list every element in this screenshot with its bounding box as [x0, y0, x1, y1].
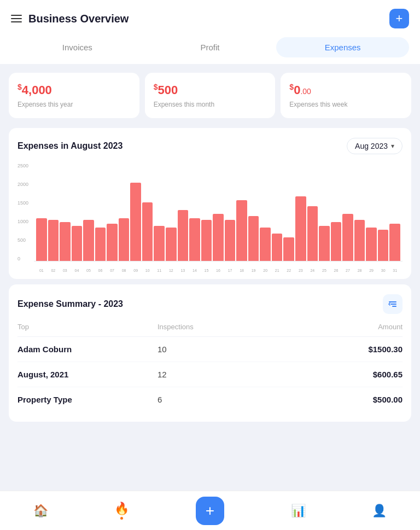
x-label: 18	[236, 269, 247, 272]
fire-dot	[120, 517, 123, 520]
bar	[272, 234, 283, 261]
bar	[307, 206, 318, 261]
page-title: Business Overview	[28, 13, 129, 25]
chart-title: Expenses in August 2023	[18, 141, 122, 151]
x-label: 04	[72, 269, 83, 272]
bar-wrap	[260, 163, 271, 261]
bar	[178, 210, 189, 261]
row-inspections-0: 10	[158, 345, 262, 354]
nav-item-fire[interactable]: 🔥	[106, 497, 138, 524]
y-axis-labels: 05001000150020002500	[18, 163, 28, 261]
row-name-1: August, 2021	[18, 370, 158, 379]
x-label: 29	[366, 269, 377, 272]
tabs-bar: Invoices Profit Expenses	[0, 37, 420, 64]
x-label: 05	[83, 269, 94, 272]
bar-wrap	[166, 163, 177, 261]
nav-item-chart[interactable]: 📊	[282, 499, 314, 522]
bar-wrap	[225, 163, 236, 261]
table-header: Top Inspections Amount	[18, 323, 402, 337]
x-label: 26	[331, 269, 342, 272]
table-row: Property Type 6 $500.00	[18, 387, 402, 412]
x-label: 21	[272, 269, 283, 272]
x-label: 24	[307, 269, 318, 272]
bar	[295, 196, 306, 261]
currency-symbol-week: $	[289, 83, 294, 91]
bar	[48, 220, 59, 261]
bar-wrap	[60, 163, 71, 261]
tab-invoices[interactable]: Invoices	[11, 37, 144, 57]
x-label: 08	[119, 269, 130, 272]
summary-header: Expense Summary - 2023	[18, 294, 402, 314]
y-label: 2500	[18, 163, 28, 168]
y-label: 500	[18, 237, 28, 243]
bar	[366, 228, 377, 261]
x-label: 23	[295, 269, 306, 272]
bar-wrap	[154, 163, 165, 261]
bar	[225, 220, 236, 261]
bar-wrap	[378, 163, 389, 261]
chart-container: 05001000150020002500 0102030405060708091…	[18, 163, 402, 272]
x-label: 25	[319, 269, 330, 272]
add-button[interactable]: +	[196, 497, 224, 525]
bar-wrap	[83, 163, 94, 261]
x-label: 17	[225, 269, 236, 272]
row-inspections-1: 12	[158, 370, 262, 379]
x-label: 01	[36, 269, 47, 272]
tab-profit[interactable]: Profit	[144, 37, 277, 57]
bar	[72, 226, 83, 261]
stats-row: $4,000 Expenses this year $500 Expenses …	[0, 64, 420, 123]
nav-item-add[interactable]: +	[187, 492, 233, 529]
bar	[201, 220, 212, 261]
bar-wrap	[319, 163, 330, 261]
y-label: 0	[18, 256, 28, 261]
header-add-button[interactable]: +	[389, 9, 409, 28]
bar-wrap	[295, 163, 306, 261]
x-label: 07	[107, 269, 118, 272]
row-amount-0: $1500.30	[262, 345, 402, 354]
x-label: 22	[283, 269, 294, 272]
bar	[236, 200, 247, 261]
bars-area	[34, 163, 402, 261]
stat-amount-year: $4,000	[18, 83, 131, 97]
x-label: 06	[95, 269, 106, 272]
sort-icon[interactable]	[383, 294, 402, 314]
y-label: 1500	[18, 200, 28, 206]
nav-item-home[interactable]: 🏠	[25, 499, 57, 522]
home-icon: 🏠	[33, 504, 48, 518]
bar-wrap	[36, 163, 47, 261]
x-axis-labels: 0102030405060708091011121314151617181920…	[34, 269, 402, 272]
x-label: 12	[166, 269, 177, 272]
bar	[378, 230, 389, 261]
row-amount-1: $600.65	[262, 370, 402, 379]
month-selector[interactable]: Aug 2023 ▾	[347, 138, 402, 154]
chevron-down-icon: ▾	[391, 142, 394, 150]
chart-header: Expenses in August 2023 Aug 2023 ▾	[18, 138, 402, 154]
stat-amount-week: $0.00	[289, 83, 402, 97]
bar-wrap	[119, 163, 130, 261]
row-name-0: Adam Coburn	[18, 345, 158, 354]
x-label: 13	[178, 269, 189, 272]
table-row: August, 2021 12 $600.65	[18, 362, 402, 387]
row-inspections-2: 6	[158, 395, 262, 404]
bar	[260, 228, 271, 261]
x-label: 15	[201, 269, 212, 272]
bar	[107, 224, 118, 261]
bar-wrap	[107, 163, 118, 261]
bar-wrap	[201, 163, 212, 261]
summary-title: Expense Summary - 2023	[18, 299, 123, 309]
profile-icon: 👤	[372, 504, 387, 518]
svg-rect-0	[389, 301, 396, 302]
tab-expenses[interactable]: Expenses	[276, 37, 409, 57]
stat-card-week: $0.00 Expenses this week	[281, 73, 411, 118]
row-name-2: Property Type	[18, 395, 158, 404]
bar	[36, 218, 47, 261]
nav-item-profile[interactable]: 👤	[363, 499, 395, 522]
chart-icon: 📊	[291, 504, 306, 518]
bar-wrap	[283, 163, 294, 261]
bar	[342, 214, 353, 261]
bar-wrap	[342, 163, 353, 261]
x-label: 30	[378, 269, 389, 272]
summary-section: Expense Summary - 2023 Top Inspections A…	[9, 284, 411, 422]
hamburger-menu[interactable]	[11, 15, 22, 22]
bar	[60, 222, 71, 261]
